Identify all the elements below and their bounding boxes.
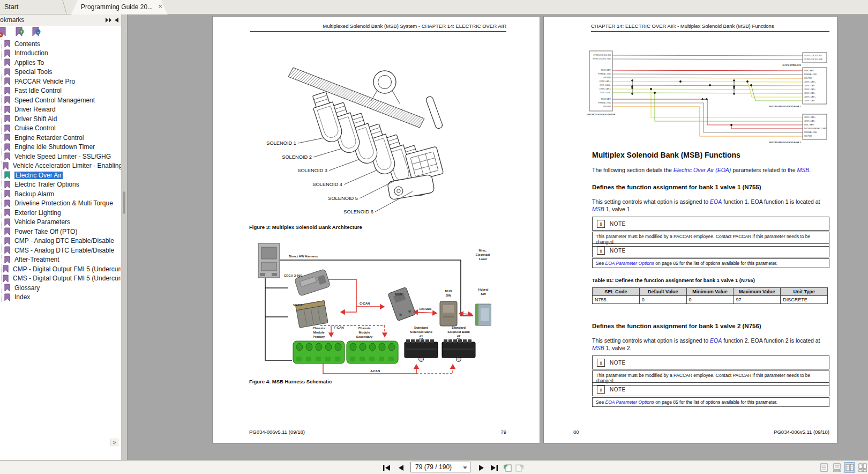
bookmark-label: Cruise Control bbox=[14, 124, 56, 132]
remove-bookmark-icon[interactable]: × bbox=[0, 27, 8, 38]
bookmarks-scroll-right-button[interactable]: > bbox=[110, 439, 118, 446]
bookmark-item[interactable]: Engine Retarder Control bbox=[0, 133, 121, 143]
continuous-view-button[interactable] bbox=[832, 462, 842, 473]
label-vecu: VECU bbox=[293, 303, 302, 307]
previous-page-button[interactable] bbox=[395, 462, 407, 473]
bookmark-item[interactable]: Electric Over Air bbox=[0, 171, 121, 180]
bookmark-item[interactable]: Contents bbox=[0, 39, 121, 49]
bookmark-item[interactable]: Exterior Lighting bbox=[0, 208, 121, 218]
footer-page-number: 79 bbox=[500, 429, 506, 435]
add-bookmark-icon[interactable]: + bbox=[14, 27, 25, 38]
bookmark-item[interactable]: Electric Trailer Options bbox=[0, 180, 121, 190]
expand-all-icon[interactable] bbox=[105, 17, 112, 23]
tab-bar: Start Programming Guide 20... × bbox=[0, 0, 868, 14]
bookmark-label: Power Take Off (PTO) bbox=[14, 228, 77, 235]
tree-gutter bbox=[1, 227, 3, 236]
collapse-panel-icon[interactable] bbox=[114, 17, 119, 23]
bookmark-label: Driveline Protection & Multi Torque bbox=[14, 199, 113, 207]
bookmark-item[interactable]: CMS - Analog DTC Enable/Disable bbox=[0, 246, 121, 255]
pin-label: FIREWALL GND bbox=[804, 131, 817, 134]
tab-start[interactable]: Start bbox=[4, 3, 18, 11]
bookmark-icon bbox=[4, 237, 11, 245]
label-direct-hw: Direct HW Harness bbox=[289, 255, 318, 258]
bookmark-item[interactable]: Driver Reward bbox=[0, 105, 121, 115]
link-eoa[interactable]: EOA bbox=[710, 198, 722, 205]
bookmarks-panel: okmarks × + → bbox=[0, 14, 122, 460]
bookmark-item[interactable]: Vehicle Acceleration Limiter - Enabling bbox=[0, 161, 121, 171]
bookmark-item[interactable]: Introduction bbox=[0, 49, 121, 58]
bookmark-item[interactable]: CMS - Digital Output FMI 5 (Undercurr bbox=[0, 274, 121, 284]
goto-bookmark-icon[interactable]: → bbox=[31, 27, 41, 38]
facing-continuous-view-button[interactable] bbox=[857, 462, 867, 473]
svg-text:Primary: Primary bbox=[313, 335, 325, 338]
bookmark-item[interactable]: Power Take Off (PTO) bbox=[0, 227, 121, 236]
param2-heading: Defines the function assignment for bank… bbox=[592, 323, 761, 329]
next-page-button[interactable] bbox=[476, 462, 488, 473]
wiring-diagram: XP INTLOCK SOL SIGXP INTLOCK SOL GNDMSB … bbox=[571, 47, 828, 146]
mux-switch-module bbox=[440, 301, 457, 326]
bookmark-item[interactable]: Special Tools bbox=[0, 68, 121, 77]
bookmark-label: Special Tools bbox=[14, 68, 53, 76]
param2-body: This setting controls what option is ass… bbox=[592, 337, 829, 352]
page-number-combobox[interactable]: 79 (79 / 190) bbox=[410, 462, 470, 472]
bookmark-item[interactable]: Vehicle Speed Limiter - SSL/GHG bbox=[0, 152, 121, 161]
close-tab-icon[interactable]: × bbox=[158, 2, 162, 10]
bookmark-item[interactable]: CMP - Digital Output FMI 5 (Undercurr bbox=[0, 264, 121, 274]
splitter-grip[interactable] bbox=[123, 191, 125, 214]
label-chassis-secondary: Chassis bbox=[358, 327, 371, 330]
first-page-button[interactable] bbox=[380, 462, 392, 473]
bookmark-item[interactable]: Fast Idle Control bbox=[0, 86, 121, 96]
link-eoa-parameter-options[interactable]: EOA Parameter Options bbox=[605, 261, 654, 266]
single-page-view-button[interactable] bbox=[819, 462, 829, 473]
link-eoa[interactable]: EOA bbox=[710, 337, 722, 344]
bookmark-item[interactable]: Backup Alarm bbox=[0, 189, 121, 199]
svg-text:Solenoid Bank: Solenoid Bank bbox=[447, 330, 470, 334]
wires bbox=[612, 55, 803, 136]
bookmark-item[interactable]: Applies To bbox=[0, 58, 121, 68]
tree-gutter bbox=[1, 246, 3, 255]
inline-connectors bbox=[632, 80, 735, 100]
footer-page-number: 80 bbox=[573, 429, 579, 435]
last-page-button[interactable] bbox=[488, 462, 500, 473]
pin-label: J1939 J-CAN + bbox=[804, 81, 816, 83]
bookmark-item[interactable]: Engine Idle Shutdown Timer bbox=[0, 143, 121, 152]
bookmark-icon bbox=[4, 124, 11, 132]
link-eoa[interactable]: Electric Over Air (EOA) bbox=[674, 167, 731, 173]
bookmark-item[interactable]: PACCAR Vehicle Pro bbox=[0, 77, 121, 86]
bookmark-item[interactable]: Driver Shift Aid bbox=[0, 114, 121, 124]
bookmark-item[interactable]: Driveline Protection & Multi Torque bbox=[0, 199, 121, 209]
tree-gutter bbox=[1, 180, 3, 190]
bookmark-item[interactable]: Cruise Control bbox=[0, 124, 121, 134]
bookmark-label: Fast Idle Control bbox=[14, 87, 62, 94]
link-eoa-parameter-options[interactable]: EOA Parameter Options bbox=[605, 399, 654, 405]
bookmark-label: Engine Retarder Control bbox=[14, 134, 84, 142]
label-hybrid-sw: Hybrid bbox=[478, 288, 488, 291]
bookmark-item[interactable]: After-Treatment bbox=[0, 255, 121, 265]
table81: SEL Code Default Value Minimum Value Max… bbox=[592, 287, 828, 304]
link-msb[interactable]: MSB bbox=[592, 206, 604, 212]
sidebar-splitter[interactable] bbox=[122, 14, 128, 460]
link-msb[interactable]: MSB bbox=[592, 345, 604, 351]
svg-text:+: + bbox=[20, 29, 23, 34]
bookmark-item[interactable]: Glossary bbox=[0, 283, 121, 293]
bookmark-icon bbox=[4, 171, 11, 179]
pin-label: J1939 J-CAN + bbox=[804, 88, 816, 91]
link-msb[interactable]: MSB bbox=[797, 167, 809, 173]
dropdown-caret-icon[interactable] bbox=[463, 466, 467, 469]
previous-view-button[interactable] bbox=[502, 462, 513, 473]
tree-gutter bbox=[1, 218, 3, 227]
col-header: Minimum Value bbox=[686, 288, 734, 296]
page-number-value: 79 (79 / 190) bbox=[415, 463, 452, 471]
page-header: Multiplexed Solenoid Bank (MSB) System -… bbox=[323, 23, 506, 29]
tab-programming-guide[interactable]: Programming Guide 20... × bbox=[71, 0, 168, 14]
bookmark-label: Glossary bbox=[14, 284, 40, 292]
mounting-ring bbox=[371, 71, 400, 103]
bookmark-item[interactable]: Index bbox=[0, 293, 121, 302]
bookmark-item[interactable]: Vehicle Parameters bbox=[0, 218, 121, 227]
bookmark-icon bbox=[4, 209, 11, 217]
bookmark-item[interactable]: Speed Control Management bbox=[0, 95, 121, 105]
bookmark-item[interactable]: CMP - Analog DTC Enable/Disable bbox=[0, 236, 121, 246]
next-view-button[interactable] bbox=[513, 462, 525, 473]
bookmark-icon bbox=[4, 284, 11, 292]
facing-pages-view-button[interactable] bbox=[844, 462, 855, 473]
